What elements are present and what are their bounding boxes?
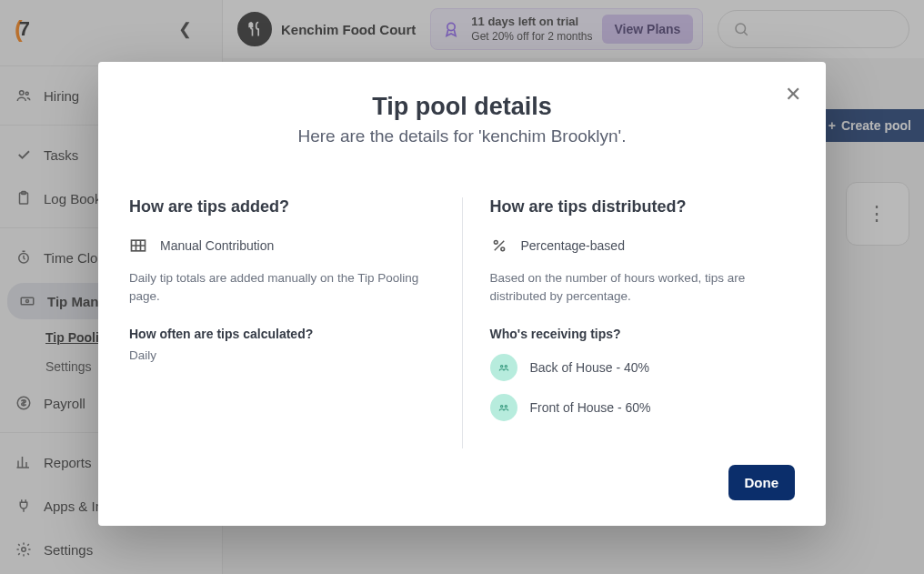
recipient-label: Front of House - 60% — [530, 400, 651, 415]
dist-desc: Based on the number of hours worked, tip… — [490, 269, 796, 307]
svg-point-17 — [505, 405, 507, 407]
modal-subtitle: Here are the details for 'kenchim Brookl… — [129, 126, 795, 146]
recipient-row: Back of House - 40% — [490, 354, 796, 381]
modal-close-button[interactable]: ✕ — [780, 82, 806, 107]
dist-method: Percentage-based — [521, 238, 625, 253]
svg-point-13 — [500, 247, 504, 251]
percent-icon — [490, 237, 508, 255]
grid-icon — [129, 237, 147, 255]
people-group-icon — [490, 394, 517, 421]
svg-point-15 — [505, 365, 507, 367]
added-method: Manual Contribution — [160, 238, 274, 253]
close-icon: ✕ — [785, 83, 801, 106]
recipient-row: Front of House - 60% — [490, 394, 796, 421]
svg-point-12 — [494, 240, 497, 244]
freq-heading: How often are tips calculated? — [129, 327, 435, 341]
modal-right-column: How are tips distributed? Percentage-bas… — [463, 197, 796, 448]
modal-overlay: ✕ Tip pool details Here are the details … — [0, 0, 924, 574]
done-button[interactable]: Done — [728, 465, 796, 500]
added-desc: Daily tip totals are added manually on t… — [129, 269, 435, 307]
added-heading: How are tips added? — [129, 197, 435, 217]
modal-left-column: How are tips added? Manual Contribution … — [129, 197, 463, 448]
people-group-icon — [490, 354, 517, 381]
svg-point-16 — [500, 405, 502, 407]
recipient-label: Back of House - 40% — [530, 360, 650, 375]
dist-heading: How are tips distributed? — [490, 197, 796, 217]
freq-value: Daily — [129, 348, 435, 362]
modal-title: Tip pool details — [129, 93, 795, 121]
who-heading: Who's receiving tips? — [490, 327, 796, 341]
svg-point-14 — [500, 365, 502, 367]
tip-pool-details-modal: ✕ Tip pool details Here are the details … — [98, 62, 826, 526]
